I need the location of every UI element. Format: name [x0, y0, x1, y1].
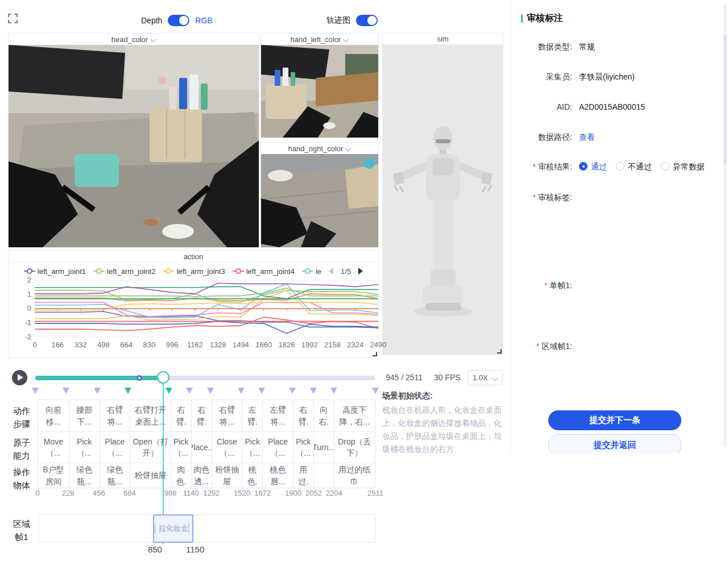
- steps-cell[interactable]: 右臂.: [191, 400, 212, 431]
- steps-cell[interactable]: Pick（...: [171, 432, 191, 463]
- x-tick-label: 2490: [370, 340, 387, 349]
- fullscreen-icon[interactable]: [8, 14, 18, 23]
- steps-cell[interactable]: 腰部下...: [69, 400, 100, 431]
- playback-slider[interactable]: [35, 376, 375, 380]
- step-marker-988[interactable]: [166, 388, 172, 394]
- steps-cell[interactable]: 右臂将...: [212, 400, 242, 431]
- resize-corner-icon[interactable]: [373, 352, 377, 356]
- region-track[interactable]: 拉化妆盒: [39, 514, 375, 543]
- steps-cell[interactable]: 右臂.: [293, 400, 313, 431]
- radio-abnormal[interactable]: 异常数据: [661, 161, 705, 172]
- steps-cell[interactable]: 绿色瓶...: [100, 463, 130, 488]
- step-marker-1672[interactable]: [258, 388, 265, 394]
- radio-pass[interactable]: 通过: [579, 161, 607, 172]
- resize-corner-icon[interactable]: [497, 349, 502, 354]
- x-tick-label: 1826: [278, 340, 295, 349]
- steps-cell[interactable]: 桃色.: [242, 463, 262, 488]
- steps-cell[interactable]: 用过的纸巾: [334, 463, 375, 488]
- step-marker-1520[interactable]: [238, 388, 245, 394]
- step-marker-2204[interactable]: [330, 388, 337, 394]
- chevron-down-icon: [346, 146, 351, 151]
- step-marker-2511[interactable]: [372, 388, 379, 394]
- steps-cell[interactable]: 用过.: [293, 463, 313, 488]
- step-marker-1900[interactable]: [289, 388, 296, 394]
- steps-cell[interactable]: Move（...: [38, 432, 69, 463]
- step-marker-1140[interactable]: [186, 388, 193, 394]
- steps-row-label: 动作 步骤: [10, 405, 33, 430]
- playback-slider-fill: [35, 376, 163, 380]
- legend-item[interactable]: left_arm_joint4: [233, 267, 295, 276]
- review-tag-label: 审核标签:: [511, 192, 572, 203]
- steps-cell[interactable]: Place（...: [262, 432, 293, 463]
- legend-item[interactable]: left_arm_joint2: [93, 267, 155, 276]
- steps-cell[interactable]: 绿色瓶...: [69, 463, 100, 488]
- steps-cell[interactable]: 向右.: [313, 400, 334, 431]
- play-button[interactable]: [12, 370, 27, 385]
- step-marker-2052[interactable]: [310, 388, 317, 394]
- radio-icon[interactable]: [616, 162, 624, 171]
- frame-tick-label: 1292: [203, 489, 220, 497]
- steps-table-row: 向前移...腰部下...右臂将...右臂打开桌面上...右臂.右臂.右臂将...…: [38, 400, 375, 431]
- steps-cell[interactable]: 左臂将...: [262, 400, 293, 431]
- steps-cell[interactable]: 粉饼抽屉: [130, 463, 171, 488]
- step-marker-1292[interactable]: [207, 388, 214, 394]
- steps-cell[interactable]: 向前移...: [38, 400, 69, 431]
- steps-cell[interactable]: Place（...: [100, 432, 130, 463]
- legend-next-page-icon[interactable]: [358, 268, 363, 275]
- legend-series-icon: [93, 268, 105, 274]
- playback-slider-handle[interactable]: [157, 371, 169, 384]
- steps-cell[interactable]: Open（打开）: [130, 432, 171, 463]
- steps-cell[interactable]: 肉色.: [171, 463, 191, 488]
- region-start-label: 850: [148, 545, 162, 554]
- steps-cell[interactable]: B户型房间: [38, 463, 69, 488]
- steps-cell[interactable]: 高度下降，右...: [334, 400, 375, 431]
- radio-selected-icon[interactable]: [579, 162, 588, 171]
- steps-cell[interactable]: Pick（...: [293, 432, 313, 463]
- legend-item[interactable]: le: [302, 267, 321, 276]
- steps-cell[interactable]: 桃色唇...: [262, 463, 293, 488]
- fps-label: 30 FPS: [434, 373, 461, 382]
- x-tick-label: 664: [120, 340, 133, 349]
- steps-cell[interactable]: 左臂.: [242, 400, 262, 431]
- y-tick-label: 1: [16, 290, 31, 298]
- hand-left-camera-header[interactable]: hand_left_color: [261, 34, 378, 45]
- radio-icon[interactable]: [661, 162, 669, 171]
- steps-cell[interactable]: Turn...: [313, 432, 334, 463]
- steps-cell[interactable]: 右臂打开桌面上...: [130, 400, 171, 431]
- hand-right-camera-header[interactable]: hand_right_color: [261, 143, 378, 154]
- rgb-label: RGB: [195, 16, 212, 25]
- legend-item[interactable]: left_arm_joint1: [24, 267, 86, 276]
- steps-cell[interactable]: [313, 463, 334, 488]
- x-tick-label: 0: [32, 340, 36, 349]
- collector-label: 采集员:: [511, 71, 572, 82]
- steps-cell[interactable]: 粉饼抽屉: [212, 463, 242, 488]
- submit-next-button[interactable]: 提交并下一条: [548, 410, 681, 430]
- trajectory-toggle-group: 轨迹图: [326, 15, 378, 26]
- step-marker-0[interactable]: [32, 388, 39, 394]
- legend-prev-page-icon[interactable]: [329, 268, 333, 275]
- depth-rgb-toggle[interactable]: [168, 15, 189, 26]
- aid-label: AID:: [511, 101, 572, 113]
- head-camera-header[interactable]: head_color: [9, 34, 259, 45]
- legend-item[interactable]: left_arm_joint3: [163, 267, 225, 276]
- steps-cell[interactable]: Drop（丢下）: [334, 432, 375, 463]
- x-tick-label: 166: [51, 340, 64, 349]
- steps-cell[interactable]: Pick（...: [69, 432, 100, 463]
- steps-cell[interactable]: Pick（...: [242, 432, 262, 463]
- step-marker-228[interactable]: [63, 388, 69, 394]
- step-marker-456[interactable]: [94, 388, 101, 394]
- single-frame-label: 单帧1:: [511, 280, 572, 291]
- steps-cell[interactable]: 右臂将...: [100, 400, 130, 431]
- data-path-view-link[interactable]: 查看: [579, 132, 595, 142]
- steps-cell[interactable]: 右臂.: [171, 400, 191, 431]
- steps-cell[interactable]: Place...: [191, 432, 212, 463]
- region-segment[interactable]: 拉化妆盒: [153, 514, 193, 543]
- steps-cell[interactable]: 肉色透...: [191, 463, 212, 488]
- scrollbar-thumb[interactable]: [723, 34, 727, 165]
- step-marker-684[interactable]: [125, 388, 131, 394]
- radio-fail[interactable]: 不通过: [616, 161, 652, 172]
- speed-select[interactable]: 1.0X: [468, 370, 503, 385]
- steps-cell[interactable]: Close（...: [212, 432, 242, 463]
- trajectory-toggle[interactable]: [356, 15, 378, 26]
- submit-back-button[interactable]: 提交并返回: [548, 434, 681, 453]
